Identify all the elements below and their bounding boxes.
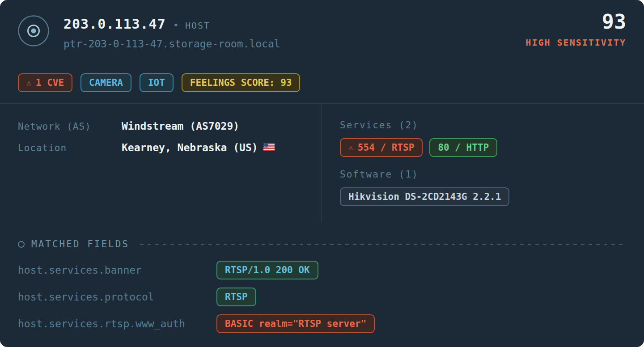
sensitivity-label: HIGH SENSITIVITY [525, 37, 626, 48]
tag-feelings-score[interactable]: FEELINGS SCORE: 93 [182, 73, 301, 92]
matched-field-row: host.services.protocol RTSP [0, 288, 644, 306]
service-label: 554 / RTSP [358, 142, 414, 153]
matched-fields-heading: MATCHED FIELDS [31, 239, 129, 250]
field-value: RTSP [225, 291, 248, 303]
matched-field-row: host.services.banner RTSP/1.0 200 OK [0, 261, 644, 279]
services-heading: Services (2) [340, 120, 644, 131]
tag-label: IOT [148, 77, 165, 89]
field-name: host.services.banner [18, 264, 216, 276]
software-badge-hikvision[interactable]: Hikvision DS-2CD2143G 2.2.1 [340, 187, 509, 206]
service-badge-http[interactable]: 80 / HTTP [429, 138, 497, 157]
tag-label: 1 CVE [36, 77, 64, 89]
software-label: Hikvision DS-2CD2143G 2.2.1 [348, 191, 501, 203]
warning-icon: ⚠ [348, 142, 353, 153]
field-value: RTSP/1.0 200 OK [225, 264, 310, 276]
matched-fields-section: MATCHED FIELDS host.services.banner RTSP… [0, 223, 644, 347]
warning-icon: ⚠ [26, 77, 31, 89]
us-flag-icon [263, 142, 275, 153]
network-label: Network (AS) [18, 121, 122, 132]
tag-label: CAMERA [89, 77, 123, 89]
software-heading: Software (1) [340, 169, 644, 180]
tag-iot[interactable]: IOT [140, 73, 174, 92]
matched-field-row: host.services.rtsp.www_auth BASIC realm=… [0, 315, 644, 333]
service-label: 80 / HTTP [438, 142, 489, 153]
tag-camera[interactable]: CAMERA [80, 73, 131, 92]
target-icon [16, 13, 51, 50]
field-value-badge[interactable]: BASIC realm="RTSP server" [216, 314, 375, 333]
location-row: Location Kearney, Nebraska (US) [18, 142, 321, 153]
host-header: 203.0.113.47 • HOST ptr-203-0-113-47.sto… [0, 0, 644, 61]
field-value-badge[interactable]: RTSP [216, 288, 256, 306]
tag-cve[interactable]: ⚠ 1 CVE [18, 73, 72, 92]
field-name: host.services.rtsp.www_auth [18, 318, 216, 330]
services-software-panel: Services (2) ⚠ 554 / RTSP 80 / HTTP Soft… [322, 104, 644, 222]
host-kind-label: HOST [185, 20, 210, 31]
bullet-separator: • [173, 20, 179, 31]
service-badge-rtsp[interactable]: ⚠ 554 / RTSP [340, 138, 423, 157]
host-reverse-dns: ptr-203-0-113-47.storage-room.local [64, 38, 280, 50]
network-value: Windstream (AS7029) [122, 120, 239, 132]
host-card: 203.0.113.47 • HOST ptr-203-0-113-47.sto… [0, 0, 644, 347]
location-label: Location [18, 143, 122, 153]
circle-icon [18, 241, 25, 248]
tag-label: FEELINGS SCORE: 93 [190, 77, 292, 89]
overview-section: Network (AS) Windstream (AS7029) Locatio… [0, 104, 644, 222]
field-value-badge[interactable]: RTSP/1.0 200 OK [216, 261, 318, 279]
field-value: BASIC realm="RTSP server" [225, 318, 366, 330]
dashed-divider [140, 244, 626, 245]
network-location-panel: Network (AS) Windstream (AS7029) Locatio… [0, 104, 322, 222]
network-row: Network (AS) Windstream (AS7029) [18, 120, 321, 132]
tags-row: ⚠ 1 CVE CAMERA IOT FEELINGS SCORE: 93 [0, 62, 644, 104]
field-name: host.services.protocol [18, 291, 216, 303]
sensitivity-score: 93 [602, 11, 626, 33]
host-ip: 203.0.113.47 [64, 16, 166, 32]
location-value: Kearney, Nebraska (US) [122, 142, 258, 153]
